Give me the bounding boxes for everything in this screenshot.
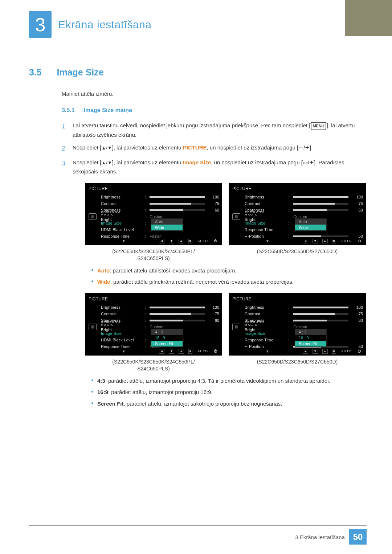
osd-title: PICTURE <box>89 185 108 192</box>
step-number: 3 <box>62 158 73 411</box>
step-text: , un nospiediet uz izstrādājuma pogu [ <box>207 144 299 151</box>
section-header: 3.5 Image Size <box>29 67 367 78</box>
bullet-wide: Wide: parādiet attēlu pilnekrāna režīmā,… <box>91 277 367 287</box>
bullet-43: 4:3: parādiet attēlu, izmantojot proporc… <box>91 376 367 386</box>
picture-icon: ▤ <box>89 324 97 330</box>
osd-value: 75 <box>207 311 219 317</box>
up-down-icon: ▲/▼ <box>101 160 112 165</box>
osd-label: Brightness <box>245 304 289 311</box>
osd-label: Contrast <box>245 311 289 317</box>
bullet-auto: Auto: parādiet attēlu atbilstoši ievades… <box>91 266 367 275</box>
picture-icon: ▤ <box>89 213 97 220</box>
subsection-header: 3.5.1 Image Size maiņa <box>62 107 367 114</box>
osd-nav-icons: ◄▼▲◙AUTO⏻ <box>303 239 362 243</box>
section-intro: Mainiet attēla izmēru. <box>62 91 367 97</box>
osd-popup-option: 16 : 9 <box>151 335 183 341</box>
page-number: 50 <box>349 529 367 545</box>
osd-title: PICTURE <box>232 185 252 192</box>
osd-value: 100 <box>207 194 219 201</box>
osd-value: 100 <box>207 304 219 311</box>
osd-nav-icons: ◄▼▲◙AUTO⏻ <box>159 349 218 354</box>
menu-button-label: MENU <box>311 122 326 130</box>
step-text: ], lai pārvietotos uz elementu <box>112 159 183 165</box>
osd-label-selected: Image Size <box>245 220 289 227</box>
osd-value: 100 <box>351 194 363 201</box>
step-text: ]. <box>310 144 313 151</box>
osd-screenshot-1-right: PICTURE ▤ Brightness:100 Contrast:75 Sha… <box>229 183 366 245</box>
scroll-down-icon: ▼ <box>266 238 269 244</box>
osd-popup-option: 16 : 9 <box>295 335 326 341</box>
up-down-icon: ▲/▼ <box>101 145 112 151</box>
step-number: 2 <box>62 143 73 154</box>
osd-label: Contrast <box>101 200 145 207</box>
osd-label: Contrast <box>245 200 289 207</box>
subsection-number: 3.5.1 <box>62 107 82 114</box>
picture-icon: ▤ <box>232 324 240 330</box>
osd-value: 60 <box>351 207 363 214</box>
osd-value: 60 <box>351 317 363 324</box>
osd-value: 75 <box>207 200 219 207</box>
step-text: , un nospiediet uz izstrādājuma pogu [ <box>211 159 303 165</box>
osd-value: 60 <box>207 317 219 324</box>
osd-label-selected: Image Size <box>101 220 145 227</box>
page-footer: 3 Ekrāna iestatīšana 50 <box>29 525 367 545</box>
osd-label-selected: Image Size <box>101 330 145 337</box>
step-text: Nospiediet [ <box>73 144 101 151</box>
step-2: 2 Nospiediet [▲/▼], lai pārvietotos uz e… <box>62 143 367 154</box>
osd-popup-option: 4 : 3 <box>151 329 183 335</box>
scroll-down-icon: ▼ <box>122 238 126 244</box>
source-enter-icon: ▭/✦ <box>298 144 310 151</box>
osd-popup-option-selected: Wide <box>295 225 326 230</box>
step-text: Nospiediet [ <box>73 159 101 165</box>
osd-label: HDMI Black Level <box>101 337 145 344</box>
footer-text: 3 Ekrāna iestatīšana <box>29 534 349 540</box>
bullet-screenfit: Screen Fit: parādiet attēlu, izmantojot … <box>91 399 367 409</box>
osd-label: Contrast <box>101 311 145 317</box>
osd-label-selected: Image Size <box>245 330 289 337</box>
osd-value: 60 <box>207 207 219 214</box>
osd-title: PICTURE <box>89 295 108 303</box>
step-number: 1 <box>62 121 73 139</box>
osd-caption: (S22C650D/S23C650D/S27C650D) <box>229 248 366 255</box>
osd-screenshot-2-right: PICTURE ▤ Brightness:100 Contrast:75 Sha… <box>229 293 366 356</box>
picture-icon: ▤ <box>232 213 240 220</box>
step-text: Lai atvērtu taustiņu ceļvedi, nospiediet… <box>73 122 310 128</box>
osd-popup-option: Auto <box>295 219 326 225</box>
osd-label: Brightness <box>245 194 289 201</box>
osd-label: HDMI Black Level <box>101 226 145 233</box>
imagesize-keyword: Image Size <box>183 159 211 165</box>
picture-keyword: PICTURE <box>183 144 207 151</box>
osd-value: 75 <box>351 200 363 207</box>
step-3: 3 Nospiediet [▲/▼], lai pārvietotos uz e… <box>62 158 367 411</box>
osd-popup-aspect: 4 : 3 16 : 9 Screen Fit <box>151 329 183 347</box>
osd-label: Response Time <box>245 226 289 233</box>
osd-caption: (S22C650K/S23C650K/S24C650PL/ S24C650PLS… <box>85 358 222 373</box>
osd-value: 100 <box>351 304 363 311</box>
osd-popup-option: 4 : 3 <box>295 329 326 335</box>
step-1: 1 Lai atvērtu taustiņu ceļvedi, nospiedi… <box>62 121 367 139</box>
osd-popup-autowide: Auto Wide <box>151 218 183 231</box>
osd-popup-option: Auto <box>151 219 183 225</box>
osd-popup-option-selected: Screen Fit <box>151 341 183 346</box>
chapter-header: 3 Ekrāna iestatīšana <box>29 11 367 38</box>
osd-label: Brightness <box>101 194 145 201</box>
bullet-169: 16:9: parādiet attēlu, izmantojot propor… <box>91 387 367 397</box>
osd-title: PICTURE <box>232 295 252 303</box>
osd-popup-option-selected: Screen Fit <box>295 341 326 346</box>
sidebar-decoration <box>345 0 392 36</box>
step-text: ], lai pārvietotos uz elementu <box>112 144 183 151</box>
osd-popup-aspect: 4 : 3 16 : 9 Screen Fit <box>295 329 327 347</box>
scroll-down-icon: ▼ <box>122 348 126 354</box>
osd-label: Brightness <box>101 304 145 311</box>
chapter-title: Ekrāna iestatīšana <box>58 19 151 31</box>
osd-label: Response Time <box>245 337 289 344</box>
section-title: Image Size <box>57 67 103 77</box>
osd-screenshot-1-left: PICTURE ▤ Brightness:100 Contrast:75 Sha… <box>85 183 222 245</box>
osd-value: 75 <box>351 311 363 317</box>
osd-screenshot-2-left: PICTURE ▤ Brightness:100 Contrast:75 Sha… <box>85 293 222 356</box>
chapter-number: 3 <box>29 11 52 38</box>
osd-caption: (S22C650D/S23C650D/S27C650D) <box>229 358 366 366</box>
section-number: 3.5 <box>29 67 55 78</box>
subsection-title: Image Size maiņa <box>83 107 132 113</box>
osd-nav-icons: ◄▼▲◙AUTO⏻ <box>303 349 362 354</box>
